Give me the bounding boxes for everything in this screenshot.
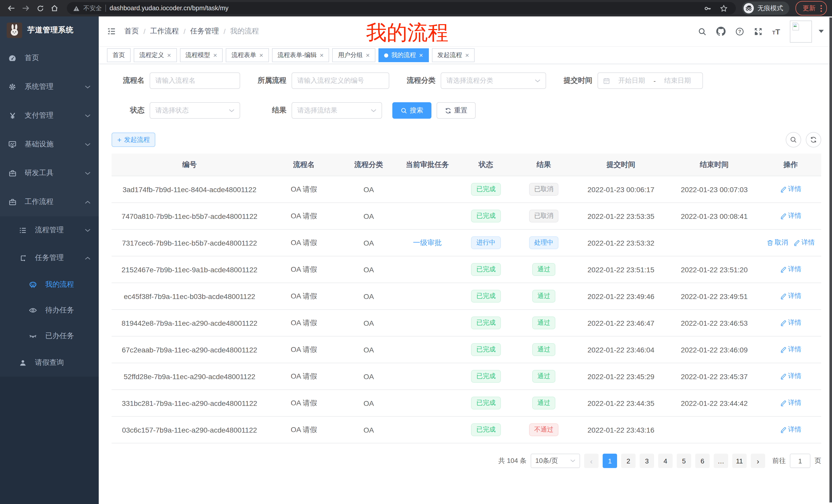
detail-link[interactable]: 详情 — [780, 318, 801, 328]
sidebar-item-system[interactable]: 系统管理 — [0, 73, 99, 101]
fullscreen-icon[interactable] — [754, 27, 762, 36]
page-button-3[interactable]: 3 — [640, 454, 654, 468]
detail-link[interactable]: 详情 — [780, 265, 801, 274]
more-pages-icon[interactable]: … — [714, 454, 728, 468]
reset-button[interactable]: 重置 — [437, 102, 476, 119]
close-icon[interactable]: × — [213, 52, 217, 59]
tab-process-model[interactable]: 流程模型× — [180, 48, 223, 62]
app-logo: 芋道管理系统 — [0, 17, 99, 44]
breadcrumb-item[interactable]: 工作流程 — [150, 27, 179, 36]
detail-link[interactable]: 详情 — [780, 345, 801, 354]
cancel-link[interactable]: 取消 — [766, 238, 788, 247]
detail-link[interactable]: 详情 — [780, 185, 801, 194]
current-task-link[interactable]: 一级审批 — [413, 238, 442, 246]
sidebar-item-home[interactable]: 首页 — [0, 44, 99, 73]
status-select[interactable]: 请选择状态 — [150, 102, 240, 119]
close-icon[interactable]: × — [259, 52, 263, 59]
close-icon[interactable]: × — [465, 52, 469, 59]
close-icon[interactable]: × — [167, 52, 171, 59]
page-button-11[interactable]: 11 — [732, 454, 747, 468]
page-size-select[interactable]: 10条/页 — [531, 454, 580, 468]
page-button-1[interactable]: 1 — [603, 454, 617, 468]
process-name-input[interactable]: 请输入流程名 — [150, 73, 240, 89]
avatar-dropdown-icon[interactable] — [818, 30, 824, 33]
security-label[interactable]: 不安全 — [83, 4, 102, 12]
browser-reload-icon[interactable] — [34, 2, 46, 15]
category-select[interactable]: 请选择流程分类 — [441, 73, 546, 89]
action-label: 详情 — [788, 425, 801, 435]
browser-forward-icon[interactable] — [20, 2, 32, 15]
table-row: 819442e8-7b9a-11ec-a290-acde48001122OA 请… — [111, 310, 821, 336]
goto-page-input[interactable]: 1 — [790, 454, 810, 468]
sidebar-item-workflow[interactable]: 工作流程 — [0, 188, 99, 216]
chevron-down-icon — [85, 228, 90, 232]
sidebar-item-done-task[interactable]: 已办任务 — [0, 323, 99, 349]
sidebar-item-task-mgmt[interactable]: 任务管理 — [0, 244, 99, 272]
cell-status: 已完成 — [458, 336, 514, 363]
cell-result: 通过 — [514, 336, 573, 363]
sidebar-item-leave-query[interactable]: 请假查询 — [0, 349, 99, 376]
detail-link[interactable]: 详情 — [793, 238, 815, 247]
table-refresh-icon[interactable] — [806, 132, 821, 147]
tab-start-process[interactable]: 发起流程× — [432, 48, 475, 62]
browser-home-icon[interactable] — [48, 2, 61, 15]
tab-home[interactable]: 首页 — [107, 48, 131, 62]
page-button-2[interactable]: 2 — [621, 454, 635, 468]
bookmark-star-icon[interactable] — [717, 2, 730, 15]
detail-link[interactable]: 详情 — [780, 398, 801, 408]
action-label: 取消 — [775, 238, 788, 247]
sidebar-item-my-process[interactable]: 我的流程 — [0, 272, 99, 298]
process-def-input[interactable]: 请输入流程定义的编号 — [291, 73, 389, 89]
cell-submit-time: 2022-01-22 23:44:35 — [573, 390, 669, 416]
tab-user-group[interactable]: 用户分组× — [333, 48, 375, 62]
process-name-placeholder: 请输入流程名 — [155, 76, 196, 85]
close-icon[interactable]: × — [419, 52, 423, 59]
font-size-icon[interactable]: TT — [772, 27, 780, 35]
close-icon[interactable]: × — [320, 52, 324, 59]
page-button-6[interactable]: 6 — [695, 454, 710, 468]
browser-menu-icon[interactable] — [820, 4, 822, 12]
help-icon[interactable]: ? — [735, 27, 744, 36]
detail-link[interactable]: 详情 — [780, 291, 801, 301]
cell-end-time — [669, 416, 760, 443]
detail-link[interactable]: 详情 — [780, 372, 801, 381]
cell-submit-time: 2022-01-23 00:06:17 — [573, 176, 669, 203]
sidebar-item-payment[interactable]: 支付管理 — [0, 101, 99, 130]
tab-my-process[interactable]: 我的流程× — [379, 48, 428, 62]
url-text[interactable]: dashboard.yudao.iocoder.cn/bpm/task/my — [109, 5, 229, 12]
browser-address-bar[interactable]: 不安全 dashboard.yudao.iocoder.cn/bpm/task/… — [67, 2, 736, 15]
page-button-4[interactable]: 4 — [658, 454, 673, 468]
sidebar-item-devtools[interactable]: 研发工具 — [0, 159, 99, 188]
cell-result: 不通过 — [514, 416, 573, 443]
table-search-icon[interactable] — [786, 132, 801, 147]
cell-current-task — [397, 363, 458, 390]
close-icon[interactable]: × — [366, 52, 370, 59]
sidebar-item-process-mgmt[interactable]: 流程管理 — [0, 216, 99, 244]
search-button[interactable]: 搜索 — [392, 102, 432, 119]
tab-process-form-edit[interactable]: 流程表单-编辑× — [272, 48, 329, 62]
sidebar-fold-icon[interactable] — [107, 27, 116, 36]
detail-link[interactable]: 详情 — [780, 212, 801, 221]
scrollbar[interactable] — [829, 18, 832, 502]
sidebar-item-infra[interactable]: 基础设施 — [0, 130, 99, 159]
github-icon[interactable] — [716, 27, 725, 36]
tab-process-definition[interactable]: 流程定义× — [134, 48, 177, 62]
browser-update-button[interactable]: 更新 — [796, 1, 827, 16]
password-key-icon[interactable] — [701, 2, 714, 15]
detail-link[interactable]: 详情 — [780, 425, 801, 435]
tab-process-form[interactable]: 流程表单× — [226, 48, 269, 62]
start-process-button[interactable]: + 发起流程 — [111, 133, 155, 147]
breadcrumb-separator: / — [144, 27, 146, 35]
annotation-overlay-text: 我的流程 — [366, 19, 448, 47]
sidebar-item-todo-task[interactable]: 待办任务 — [0, 298, 99, 323]
browser-back-icon[interactable] — [5, 2, 18, 15]
search-icon[interactable] — [698, 27, 706, 36]
submit-time-range-input[interactable]: 开始日期 - 结束日期 — [598, 73, 703, 89]
result-select[interactable]: 请选择流结果 — [291, 102, 382, 119]
prev-page-button[interactable]: ‹ — [584, 454, 599, 468]
page-button-5[interactable]: 5 — [677, 454, 691, 468]
breadcrumb-item[interactable]: 首页 — [125, 27, 139, 36]
next-page-button[interactable]: › — [751, 454, 765, 468]
breadcrumb-item[interactable]: 任务管理 — [190, 27, 219, 36]
avatar[interactable] — [790, 20, 812, 43]
